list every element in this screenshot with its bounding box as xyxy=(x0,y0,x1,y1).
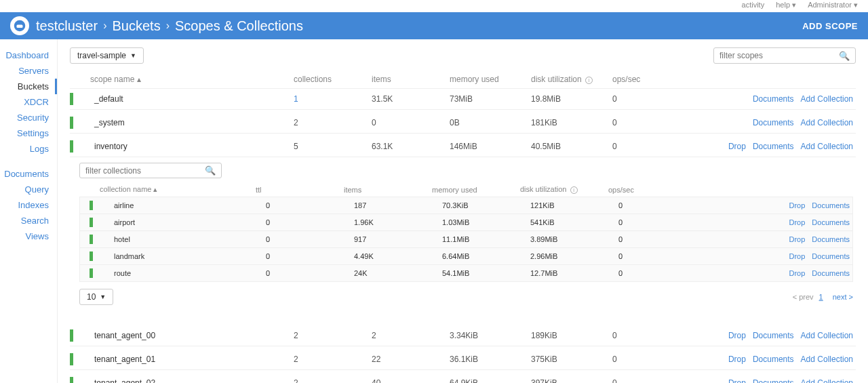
admin-menu[interactable]: Administrator ▾ xyxy=(808,1,858,9)
items: 917 xyxy=(354,235,442,243)
drop-link[interactable]: Drop xyxy=(728,355,746,364)
breadcrumb-buckets[interactable]: Buckets xyxy=(112,18,160,34)
help-menu[interactable]: help ▾ xyxy=(776,1,796,9)
page-1[interactable]: 1 xyxy=(819,293,823,301)
scope-row[interactable]: tenant_agent_0122236.1KiB375KiB0DropDocu… xyxy=(70,349,856,370)
collections-count[interactable]: 1 xyxy=(294,94,372,104)
drop-link[interactable]: Drop xyxy=(789,235,806,243)
drop-link[interactable]: Drop xyxy=(789,252,806,260)
drop-link[interactable]: Drop xyxy=(789,218,806,226)
sidebar-item-query[interactable]: Query xyxy=(0,182,57,197)
sidebar-item-indexes[interactable]: Indexes xyxy=(0,197,57,213)
scope-row[interactable]: inventory563.1K146MiB40.5MiB0DropDocumen… xyxy=(70,136,856,157)
breadcrumb-cluster[interactable]: testcluster xyxy=(36,18,98,34)
add-collection-link[interactable]: Add Collection xyxy=(801,118,853,127)
filter-scopes-input[interactable] xyxy=(719,51,839,60)
sidebar-item-logs[interactable]: Logs xyxy=(0,141,57,157)
collection-row[interactable]: airline018770.3KiB121KiB0DropDocuments xyxy=(79,197,853,214)
documents-link[interactable]: Documents xyxy=(753,378,794,383)
disk-util: 181KiB xyxy=(531,118,612,127)
info-icon[interactable]: i xyxy=(585,77,593,84)
add-collection-link[interactable]: Add Collection xyxy=(801,331,853,340)
col-ops[interactable]: ops/sec xyxy=(608,186,676,194)
add-collection-link[interactable]: Add Collection xyxy=(801,94,853,104)
sidebar-item-xdcr[interactable]: XDCR xyxy=(0,94,57,110)
col-scope-name[interactable]: scope name ▴ xyxy=(90,75,294,84)
caret-down-icon: ▼ xyxy=(100,294,106,300)
documents-link[interactable]: Documents xyxy=(753,94,794,104)
documents-link[interactable]: Documents xyxy=(753,142,794,151)
add-collection-link[interactable]: Add Collection xyxy=(801,378,853,383)
documents-link[interactable]: Documents xyxy=(812,269,850,277)
sidebar-item-security[interactable]: Security xyxy=(0,110,57,125)
col-collections[interactable]: collections xyxy=(294,75,372,84)
memory-used: 36.1KiB xyxy=(450,355,531,364)
documents-link[interactable]: Documents xyxy=(812,201,850,209)
drop-link[interactable]: Drop xyxy=(789,201,806,209)
coll-actions: DropDocuments xyxy=(686,269,852,277)
info-icon[interactable]: i xyxy=(570,186,578,194)
scope-row[interactable]: tenant_agent_00223.34KiB189KiB0DropDocum… xyxy=(70,325,856,346)
sidebar-item-settings[interactable]: Settings xyxy=(0,125,57,141)
add-collection-link[interactable]: Add Collection xyxy=(801,142,853,151)
col-items[interactable]: items xyxy=(344,186,432,194)
add-collection-link[interactable]: Add Collection xyxy=(801,355,853,364)
col-coll-name[interactable]: collection name ▴ xyxy=(100,185,256,194)
scope-row[interactable]: _default131.5K73MiB19.8MiB0DocumentsAdd … xyxy=(70,89,856,110)
drop-link[interactable]: Drop xyxy=(728,331,746,340)
coll-actions: DropDocuments xyxy=(686,252,852,260)
col-memory[interactable]: memory used xyxy=(432,186,520,194)
disk: 2.96MiB xyxy=(530,252,618,260)
col-ttl[interactable]: ttl xyxy=(256,186,344,194)
collection-row[interactable]: route024K54.1MiB12.7MiB0DropDocuments xyxy=(79,265,853,282)
sidebar-item-dashboard[interactable]: Dashboard xyxy=(0,47,57,63)
collections-count: 2 xyxy=(294,331,372,340)
drop-link[interactable]: Drop xyxy=(728,378,746,383)
collections-header: collection name ▴ttlitemsmemory useddisk… xyxy=(70,182,856,197)
documents-link[interactable]: Documents xyxy=(812,252,850,260)
documents-link[interactable]: Documents xyxy=(753,355,794,364)
status-bar xyxy=(70,117,73,129)
disk-util: 375KiB xyxy=(531,355,612,364)
drop-link[interactable]: Drop xyxy=(728,142,746,151)
add-scope-button[interactable]: ADD SCOPE xyxy=(802,21,858,31)
filter-collections-box[interactable]: 🔍 xyxy=(79,163,222,178)
col-disk[interactable]: disk utilization i xyxy=(520,185,608,194)
documents-link[interactable]: Documents xyxy=(753,331,794,340)
documents-link[interactable]: Documents xyxy=(812,235,850,243)
caret-down-icon: ▼ xyxy=(130,52,136,59)
bucket-selector[interactable]: travel-sample ▼ xyxy=(70,47,144,64)
sidebar-item-documents[interactable]: Documents xyxy=(0,166,57,182)
filter-collections-input[interactable] xyxy=(85,166,205,176)
filter-scopes-box[interactable]: 🔍 xyxy=(713,47,856,64)
collections-count: 2 xyxy=(294,378,372,383)
ops-sec: 0 xyxy=(612,355,667,364)
col-disk[interactable]: disk utilization i xyxy=(531,75,612,84)
page-size-selector[interactable]: 10▼ xyxy=(79,289,113,305)
collection-row[interactable]: airport01.96K1.03MiB541KiB0DropDocuments xyxy=(79,214,853,231)
scope-row[interactable]: tenant_agent_0224064.9KiB397KiB0DropDocu… xyxy=(70,373,856,383)
items: 187 xyxy=(354,201,442,209)
sidebar-item-buckets[interactable]: Buckets xyxy=(0,79,57,94)
documents-link[interactable]: Documents xyxy=(753,118,794,127)
sidebar-item-servers[interactable]: Servers xyxy=(0,63,57,79)
sidebar-item-search[interactable]: Search xyxy=(0,213,57,228)
activity-link[interactable]: activity xyxy=(742,1,765,9)
col-items[interactable]: items xyxy=(372,75,450,84)
prev-page[interactable]: < prev xyxy=(793,293,814,301)
disk: 3.89MiB xyxy=(530,235,618,243)
scope-row[interactable]: _system200B181KiB0DocumentsAdd Collectio… xyxy=(70,113,856,134)
memory-used: 3.34KiB xyxy=(450,331,531,340)
col-memory[interactable]: memory used xyxy=(450,75,531,84)
status-bar xyxy=(70,377,73,383)
col-ops[interactable]: ops/sec xyxy=(612,75,667,84)
sidebar-item-views[interactable]: Views xyxy=(0,228,57,244)
next-page[interactable]: next > xyxy=(833,293,853,301)
collection-name: landmark xyxy=(110,252,266,260)
collection-row[interactable]: hotel091711.1MiB3.89MiB0DropDocuments xyxy=(79,231,853,248)
collection-row[interactable]: landmark04.49K6.64MiB2.96MiB0DropDocumen… xyxy=(79,248,853,265)
documents-link[interactable]: Documents xyxy=(812,218,850,226)
drop-link[interactable]: Drop xyxy=(789,269,806,277)
scope-actions: DocumentsAdd Collection xyxy=(667,94,856,104)
collections-count: 2 xyxy=(294,118,372,127)
